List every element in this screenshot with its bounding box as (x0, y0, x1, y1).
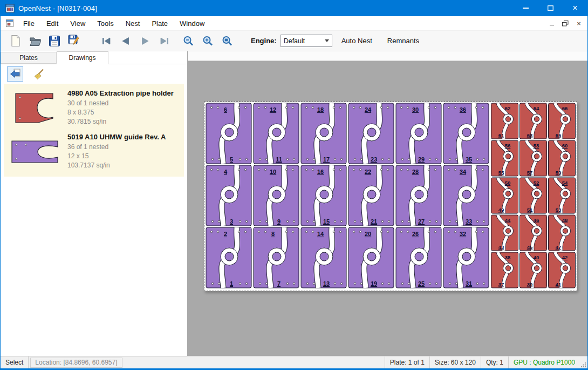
remnants-button[interactable]: Remnants (381, 33, 425, 49)
status-separator (28, 356, 29, 368)
minimize-button[interactable] (513, 0, 538, 16)
open-button[interactable] (25, 32, 45, 50)
nested-pair-purple[interactable]: 87 (254, 227, 299, 288)
part-number: 24 (365, 106, 372, 113)
nested-pair-red[interactable]: 5049 (491, 178, 518, 213)
nested-pair-purple[interactable]: 65 (206, 103, 251, 164)
drawing-size: 12 x 15 (67, 152, 166, 161)
part-number: 47 (556, 244, 562, 250)
mdi-restore-button[interactable] (559, 18, 571, 29)
engine-select[interactable]: Default (281, 35, 332, 47)
mdi-minimize-button[interactable] (546, 18, 558, 29)
nested-pair-purple[interactable]: 2625 (396, 227, 441, 288)
nest-plate-svg[interactable]: 6512111817242330293635431091615222128273… (204, 102, 577, 291)
menu-window[interactable]: Window (174, 16, 210, 30)
part-number: 21 (371, 218, 377, 225)
import-drawing-button[interactable] (7, 66, 23, 82)
nested-pair-red[interactable]: 6463 (520, 103, 547, 139)
nested-pair-purple[interactable]: 2221 (348, 165, 394, 226)
nested-pair-red[interactable]: 4443 (491, 215, 518, 251)
nested-pair-red[interactable]: 4241 (549, 252, 576, 288)
menu-file[interactable]: File (17, 16, 40, 30)
menu-nest[interactable]: Nest (120, 16, 146, 30)
drawing-item-uhmw-guide[interactable]: 5019 A10 UHMW guide Rev. A 36 of 1 neste… (4, 130, 184, 173)
nest-canvas[interactable]: 6512111817242330293635431091615222128273… (188, 51, 587, 356)
nested-pair-red[interactable]: 6059 (549, 140, 576, 176)
nested-pair-red[interactable]: 4645 (520, 215, 547, 251)
new-button[interactable] (6, 32, 25, 50)
zoom-in-button[interactable] (198, 32, 217, 50)
nested-pair-red[interactable]: 5453 (549, 178, 576, 213)
part-number: 32 (460, 231, 466, 237)
part-number: 14 (317, 231, 324, 237)
menu-plate[interactable]: Plate (146, 16, 174, 30)
drawing-area: 103.7137 sq/in (67, 161, 166, 170)
drawing-thumbnail (9, 137, 61, 167)
menu-view[interactable]: View (64, 16, 91, 30)
part-number: 45 (527, 244, 533, 250)
nested-pair-purple[interactable]: 1817 (301, 103, 346, 164)
nested-pair-purple[interactable]: 3635 (443, 103, 489, 164)
status-qty: Qty: 1 (481, 356, 508, 368)
nested-pair-purple[interactable]: 1211 (254, 103, 299, 164)
auto-nest-button[interactable]: Auto Nest (336, 33, 378, 49)
plate[interactable]: 6512111817242330293635431091615222128273… (204, 102, 577, 291)
minimize-icon (523, 8, 529, 9)
nested-pair-red[interactable]: 4039 (520, 252, 547, 288)
tab-plates[interactable]: Plates (1, 52, 57, 64)
drawing-item-extraction-pipe-holder[interactable]: 4980 A05 Extraction pipe holder 30 of 1 … (4, 86, 184, 130)
maximize-icon (548, 5, 553, 11)
part-number: 60 (562, 143, 568, 149)
nested-pair-purple[interactable]: 43 (206, 165, 251, 226)
part-number: 54 (562, 180, 568, 186)
tab-drawings[interactable]: Drawings (57, 51, 108, 64)
menu-tools[interactable]: Tools (91, 16, 119, 30)
nested-pair-purple[interactable]: 109 (254, 165, 299, 226)
part-shape-preview (10, 137, 60, 167)
engine-selected-value: Default (284, 37, 305, 45)
resize-grip[interactable] (580, 356, 587, 368)
zoom-fit-button[interactable] (217, 32, 237, 50)
mdi-close-button[interactable]: × (573, 18, 585, 29)
nested-pair-red[interactable]: 6665 (549, 103, 576, 139)
main-toolbar: Engine: Default Auto Nest Remnants (1, 31, 587, 51)
nested-pair-purple[interactable]: 21 (206, 227, 251, 288)
clean-button[interactable] (31, 66, 47, 82)
nested-pair-purple[interactable]: 1413 (301, 227, 346, 288)
save-button[interactable] (45, 32, 64, 50)
chevron-down-icon (325, 39, 329, 42)
part-number: 13 (323, 280, 330, 287)
menu-edit[interactable]: Edit (40, 16, 64, 30)
nested-pair-purple[interactable]: 1615 (301, 165, 346, 226)
nested-pair-purple[interactable]: 3433 (443, 165, 489, 226)
maximize-button[interactable] (538, 0, 563, 16)
nested-pair-red[interactable]: 6261 (491, 103, 518, 139)
nav-prev-button[interactable] (116, 32, 135, 50)
part-number: 50 (505, 180, 511, 186)
save-as-button[interactable] (64, 32, 84, 50)
part-number: 39 (527, 281, 533, 287)
nav-first-button[interactable] (97, 32, 116, 50)
nested-pair-red[interactable]: 5655 (491, 140, 518, 176)
part-number: 17 (323, 156, 330, 163)
nested-pair-red[interactable]: 3837 (491, 252, 518, 288)
nav-prev-icon (120, 35, 132, 47)
nested-pair-purple[interactable]: 3029 (396, 103, 441, 164)
new-file-icon (10, 35, 21, 47)
nested-pair-purple[interactable]: 2827 (396, 165, 441, 226)
nested-pair-purple[interactable]: 2019 (348, 227, 394, 288)
part-outline (16, 93, 53, 123)
part-number: 12 (270, 106, 276, 113)
part-number: 1 (230, 280, 233, 287)
nav-next-button[interactable] (135, 32, 155, 50)
close-button[interactable]: × (563, 0, 587, 16)
nested-pair-red[interactable]: 5857 (520, 140, 547, 176)
nested-pair-purple[interactable]: 3231 (443, 227, 489, 288)
nav-last-button[interactable] (155, 32, 174, 50)
part-number: 36 (460, 106, 466, 113)
nested-pair-purple[interactable]: 2423 (348, 103, 394, 164)
panel-tabstrip: Plates Drawings (1, 51, 187, 64)
zoom-out-button[interactable] (179, 32, 198, 50)
nested-pair-red[interactable]: 4847 (549, 215, 576, 251)
nested-pair-red[interactable]: 5251 (520, 178, 547, 213)
